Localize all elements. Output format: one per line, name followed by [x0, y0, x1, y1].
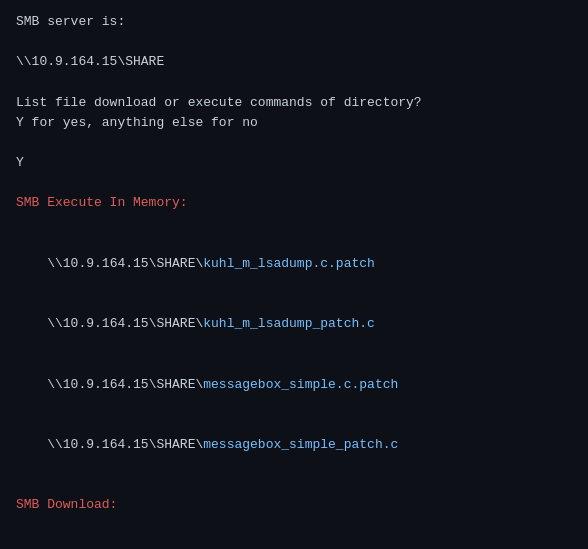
smb-path-3: \\10.9.164.15\SHARE\ [47, 377, 203, 392]
smb-link-2: kuhl_m_lsadump_patch.c [203, 316, 375, 331]
smb-link-1: kuhl_m_lsadump.c.patch [203, 256, 375, 271]
smb-path-1: \\10.9.164.15\SHARE\ [47, 256, 203, 271]
line-answer-y: Y [16, 153, 572, 173]
line-question: List file download or execute commands o… [16, 93, 572, 113]
smb-path-4: \\10.9.164.15\SHARE\ [47, 437, 203, 452]
line-smb-download-header: SMB Download: [16, 495, 572, 515]
line-execute-1: \\10.9.164.15\SHARE\kuhl_m_lsadump.c.pat… [16, 234, 572, 294]
line-execute-3: \\10.9.164.15\SHARE\messagebox_simple.c.… [16, 354, 572, 414]
line-smb-execute-header: SMB Execute In Memory: [16, 193, 572, 213]
line-execute-2: \\10.9.164.15\SHARE\kuhl_m_lsadump_patch… [16, 294, 572, 354]
line-smb-server-address: \\10.9.164.15\SHARE [16, 52, 572, 72]
empty-line-1 [16, 32, 572, 52]
empty-line-7 [16, 516, 572, 536]
empty-line-4 [16, 173, 572, 193]
line-smb-server-label: SMB server is: [16, 12, 572, 32]
smb-link-4: messagebox_simple_patch.c [203, 437, 398, 452]
empty-line-5 [16, 213, 572, 233]
line-execute-4: \\10.9.164.15\SHARE\messagebox_simple_pa… [16, 415, 572, 475]
line-yes-no: Y for yes, anything else for no [16, 113, 572, 133]
empty-line-3 [16, 133, 572, 153]
smb-link-3: messagebox_simple.c.patch [203, 377, 398, 392]
empty-line-6 [16, 475, 572, 495]
terminal-window: SMB server is: \\10.9.164.15\SHARE List … [0, 0, 588, 549]
smb-path-2: \\10.9.164.15\SHARE\ [47, 316, 203, 331]
empty-line-2 [16, 72, 572, 92]
line-copy-1: copy \\10.9.164.15\SHARE\kuhl_m_lsadump.… [16, 536, 572, 549]
